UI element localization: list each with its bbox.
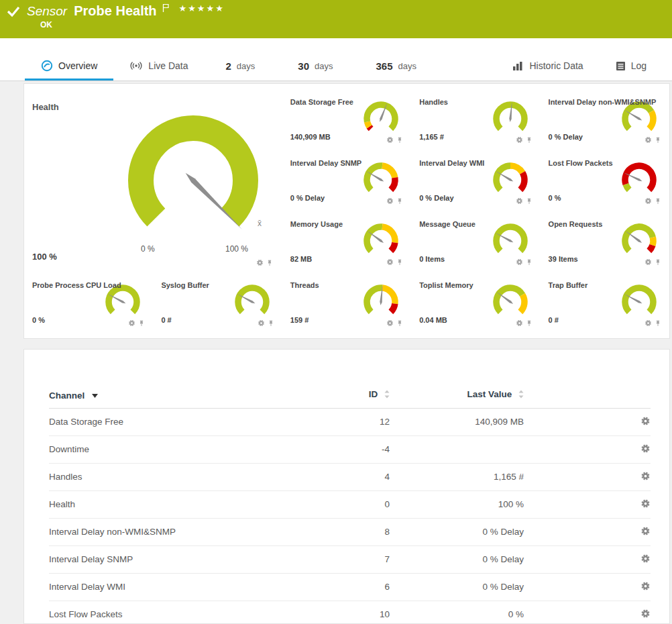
gauge-tile: Open Requests 39 Items [541, 216, 669, 277]
channel-id: 8 [337, 518, 390, 545]
channel-id: 10 [337, 601, 390, 624]
gear-icon[interactable] [256, 259, 264, 266]
channel-name[interactable]: Handles [49, 463, 337, 490]
health-gauge-tile: Health 0 % 100 % x̄ 100 % [24, 94, 282, 277]
column-channel[interactable]: Channel [49, 391, 85, 401]
tab-historic-data[interactable]: Historic Data [496, 53, 600, 81]
channel-last-value [390, 435, 524, 463]
gauge-tile: Probe Process CPU Load 0 % [24, 277, 153, 338]
channel-last-value: 140,909 MB [390, 408, 524, 435]
gauge-tile-title: Handles [411, 94, 540, 107]
channel-row[interactable]: Handles 4 1,165 # [49, 463, 651, 490]
channel-table: Channel ID Last Value Data Storage Free [49, 382, 651, 624]
sort-id-icon[interactable] [384, 391, 390, 401]
channel-settings-gear-icon[interactable] [640, 471, 651, 481]
health-scale-max: 100 % [225, 244, 248, 254]
channel-name[interactable]: Data Storage Free [49, 408, 337, 435]
tab-overview[interactable]: Overview [25, 53, 113, 81]
channel-row[interactable]: Lost Flow Packets 10 0 % [49, 601, 651, 624]
gauge-tile-value: 0 % Delay [549, 133, 583, 141]
channel-row[interactable]: Health 0 100 % [49, 490, 651, 518]
sensor-title: Probe Health [74, 3, 156, 19]
channel-settings-gear-icon[interactable] [640, 609, 651, 619]
channel-filter-caret-icon[interactable] [92, 390, 98, 400]
column-last-value[interactable]: Last Value [467, 389, 512, 399]
sensor-kind-label: Sensor [27, 4, 67, 19]
channel-id: -4 [337, 435, 390, 463]
channel-name[interactable]: Downtime [49, 435, 337, 463]
gauge-tile: Memory Usage 82 MB [282, 216, 411, 277]
channels-card: Channel ID Last Value Data Storage Free [23, 349, 670, 624]
sort-last-value-icon[interactable] [518, 391, 524, 401]
gauge-tile-title: Interval Delay SNMP [282, 155, 411, 168]
pin-icon[interactable] [266, 260, 273, 266]
channel-settings-gear-icon[interactable] [640, 444, 651, 454]
gauge-tile-title: Message Queue [411, 216, 540, 229]
gauge-tile-title: Threads [282, 277, 411, 291]
gauge-tile: Toplist Memory 0.04 MB [411, 277, 540, 338]
channel-table-body: Data Storage Free 12 140,909 MB Downtime… [49, 408, 651, 624]
tab-live-data-label: Live Data [148, 60, 188, 71]
gauge-tile: Handles 1,165 # [411, 94, 540, 155]
health-scale-min: 0 % [141, 244, 155, 254]
channel-name[interactable]: Interval Delay WMI [49, 573, 337, 601]
channel-row[interactable]: Interval Delay non-WMI&SNMP 8 0 % Delay [49, 518, 651, 545]
tab-historic-data-label: Historic Data [530, 60, 583, 71]
channel-settings-gear-icon[interactable] [640, 526, 651, 536]
main-content: Health 0 % 100 % x̄ 100 % Data Storage F… [0, 81, 672, 624]
channel-table-header-row: Channel ID Last Value [49, 382, 651, 408]
health-gauge-dial [99, 99, 287, 258]
gauge-tile: Interval Delay SNMP 0 % Delay [282, 155, 411, 216]
gauge-tile-title: Interval Delay WMI [411, 155, 540, 168]
tab-2-days[interactable]: 2 days [205, 53, 277, 81]
channel-name[interactable]: Health [49, 490, 337, 518]
overview-icon [41, 60, 53, 72]
sensor-status-text: OK [40, 20, 672, 30]
tab-30-days[interactable]: 30 days [276, 53, 354, 81]
sensor-header: Sensor Probe Health ★★★★★ OK [0, 0, 672, 38]
tab-log[interactable]: Log [600, 53, 663, 81]
tab-log-label: Log [631, 60, 647, 71]
column-id[interactable]: ID [369, 389, 378, 399]
tab-overview-label: Overview [58, 60, 97, 71]
channel-last-value: 0 % Delay [390, 518, 524, 545]
channel-name[interactable]: Interval Delay non-WMI&SNMP [49, 518, 337, 545]
flag-icon[interactable] [162, 3, 170, 13]
tab-365-days[interactable]: 365 days [354, 53, 438, 81]
gauge-tile: Threads 159 # [282, 277, 411, 338]
channel-settings-gear-icon[interactable] [640, 416, 651, 426]
channel-name[interactable]: Lost Flow Packets [49, 601, 337, 624]
gauge-tile-value: 0 % Delay [290, 194, 325, 202]
channel-row[interactable]: Interval Delay SNMP 7 0 % Delay [49, 545, 651, 573]
gauge-tile-value: 0 % Delay [419, 194, 453, 202]
health-title: Health [32, 102, 59, 112]
channel-settings-gear-icon[interactable] [640, 581, 651, 591]
gauge-tile: Syslog Buffer 0 # [153, 277, 282, 338]
gauge-tile: Interval Delay non-WMI&SNMP 0 % Delay [541, 94, 669, 155]
channel-settings-gear-icon[interactable] [640, 499, 651, 509]
tab-365-days-number: 365 [376, 60, 392, 72]
channel-row[interactable]: Downtime -4 [49, 435, 651, 463]
tab-live-data[interactable]: Live Data [113, 53, 204, 81]
gauge-tile: Data Storage Free 140,909 MB [282, 94, 411, 155]
channel-row[interactable]: Data Storage Free 12 140,909 MB [49, 408, 651, 435]
priority-stars[interactable]: ★★★★★ [179, 3, 225, 13]
channel-row[interactable]: Interval Delay WMI 6 0 % Delay [49, 573, 651, 601]
gauge-tile-title: Open Requests [541, 216, 669, 229]
log-icon [616, 61, 626, 71]
gauge-tile: Lost Flow Packets 0 % [541, 155, 669, 216]
health-value: 100 % [32, 252, 57, 262]
health-average-marker: x̄ [258, 219, 262, 228]
gauge-tile: Interval Delay WMI 0 % Delay [411, 155, 540, 216]
tab-30-days-number: 30 [298, 60, 309, 72]
gauge-tile-value: 0.04 MB [419, 316, 447, 324]
channel-settings-gear-icon[interactable] [640, 554, 651, 564]
channel-name[interactable]: Interval Delay SNMP [49, 545, 337, 573]
channel-id: 7 [337, 545, 390, 573]
gauge-tile-value: 82 MB [290, 255, 312, 263]
gauge-tile-title: Interval Delay non-WMI&SNMP [541, 94, 669, 107]
channel-last-value: 1,165 # [390, 463, 524, 490]
gauge-grid: Health 0 % 100 % x̄ 100 % Data Storage F… [24, 94, 669, 338]
gauge-tile-value: 0 % [32, 316, 45, 324]
gauge-tile-value: 0 Items [419, 255, 445, 263]
